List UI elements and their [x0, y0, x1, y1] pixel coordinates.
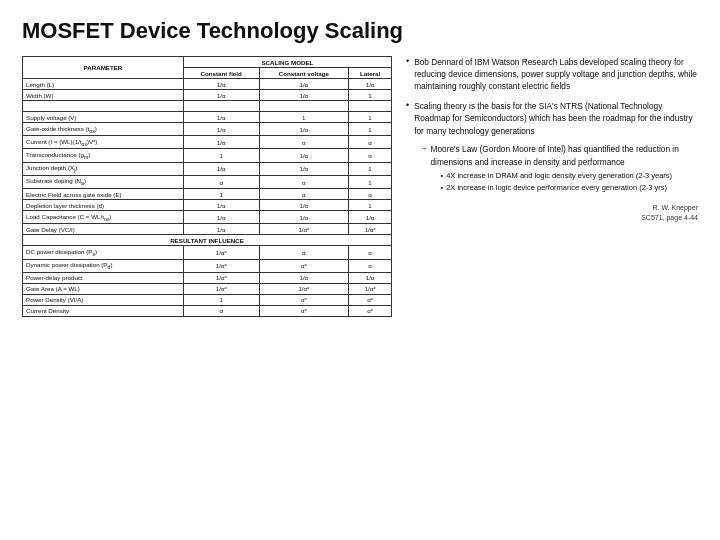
table-row: Depletion layer thickness (d)1/α1/α1: [23, 200, 392, 211]
table-row: Power-delay product1/α³1/α1/α: [23, 272, 392, 283]
col-scaling-model: SCALING MODEL: [183, 57, 391, 68]
sub-bullet-dash: –: [422, 143, 426, 196]
sub-sub-text-1: 4X increase in DRAM and logic density ev…: [446, 171, 672, 182]
table-row: Current Densityαα³α³: [23, 305, 392, 316]
table-row: Power Density (VI/A)1α³α²: [23, 294, 392, 305]
table-row: Gate Delay (VC/I)1/α1/α²1/α²: [23, 224, 392, 235]
bullet-item-1: • Bob Dennard of IBM Watson Research Lab…: [406, 56, 698, 92]
params-table: PARAMETER SCALING MODEL Constant field C…: [22, 56, 392, 317]
bullet-text-2: Scaling theory is the basis for the SIA'…: [414, 101, 693, 136]
sub-sub-item-1: • 4X increase in DRAM and logic density …: [441, 171, 699, 182]
bullet-points: • Bob Dennard of IBM Watson Research Lab…: [406, 56, 698, 199]
table-section: PARAMETER SCALING MODEL Constant field C…: [22, 56, 392, 530]
sub-bullet-text-1: Moore's Law (Gordon Moore of Intel) has …: [431, 144, 679, 167]
table-row: Electric Field across gate oxide (E)1αα: [23, 189, 392, 200]
sub-sub-item-2: • 2X increase in logic device performanc…: [441, 183, 699, 194]
table-row: Gate Area (A = WL)1/α²1/α²1/α²: [23, 283, 392, 294]
bullet-text-1: Bob Dennard of IBM Watson Research Labs …: [414, 56, 698, 92]
sub-sub-bullets: • 4X increase in DRAM and logic density …: [441, 171, 699, 194]
sub-bullets: – Moore's Law (Gordon Moore of Intel) ha…: [422, 143, 698, 196]
bullet-dot-1: •: [406, 56, 409, 92]
table-row: Junction depth (Xj)1/α1/α1: [23, 162, 392, 175]
content-row: PARAMETER SCALING MODEL Constant field C…: [22, 56, 698, 530]
sub-sub-dot-1: •: [441, 171, 444, 182]
page: MOSFET Device Technology Scaling PARAMET…: [0, 0, 720, 540]
table-row: Substrate doping (Na)αα1: [23, 175, 392, 188]
table-row: Dynamic power dissipation (Pd)1/α²α²α: [23, 259, 392, 272]
table-row-blank: [23, 101, 392, 112]
table-row: Length (L)1/α1/α1/α: [23, 79, 392, 90]
col-parameter: PARAMETER: [23, 57, 184, 79]
table-row: Supply voltage (V)1/α11: [23, 112, 392, 123]
table-row: Width (W)1/α1/α1: [23, 90, 392, 101]
footnote: R. W. Knepper SC571, page 4-44: [406, 199, 698, 223]
table-row: Current (I = (WL)(1/tox)V²)1/ααα: [23, 136, 392, 149]
sub-sub-dot-2: •: [441, 183, 444, 194]
resultant-influence-header: RESULTANT INFLUENCE: [23, 235, 392, 246]
footnote-line2: SC571, page 4-44: [406, 213, 698, 223]
col-lateral: Lateral: [349, 68, 392, 79]
col-constant-field: Constant field: [183, 68, 259, 79]
sub-bullet-content: Moore's Law (Gordon Moore of Intel) has …: [431, 143, 699, 196]
sub-sub-text-2: 2X increase in logic device performance …: [446, 183, 667, 194]
right-section: • Bob Dennard of IBM Watson Research Lab…: [406, 56, 698, 530]
table-row: DC power dissipation (Ps)1/α²αα: [23, 246, 392, 259]
bullet-dot-2: •: [406, 100, 409, 199]
sub-bullet-item-1: – Moore's Law (Gordon Moore of Intel) ha…: [422, 143, 698, 196]
bullet-text-2-container: Scaling theory is the basis for the SIA'…: [414, 100, 698, 199]
table-row: Gate-oxide thickness (tox)1/α1/α1: [23, 123, 392, 136]
page-title: MOSFET Device Technology Scaling: [22, 18, 698, 44]
footnote-line1: R. W. Knepper: [406, 203, 698, 213]
col-constant-voltage: Constant voltage: [259, 68, 349, 79]
table-row: Load Capacitance (C = WL/tox)1/α1/α1/α: [23, 211, 392, 224]
bullet-item-2: • Scaling theory is the basis for the SI…: [406, 100, 698, 199]
table-row: Transconductance (gm)11/αα: [23, 149, 392, 162]
